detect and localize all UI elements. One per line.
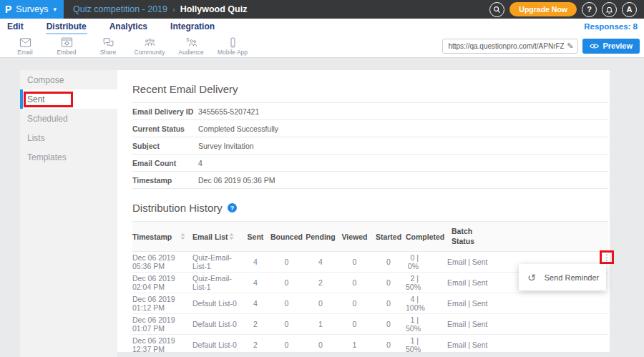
- cell-completed: 2 | 50%: [406, 274, 446, 291]
- field-value: 4: [198, 159, 608, 167]
- recent-delivery-title-text: Recent Email Delivery: [132, 83, 238, 95]
- channel-label: Community: [135, 49, 165, 56]
- column-header-timestamp[interactable]: Timestamp: [132, 233, 192, 241]
- distribution-history-title-text: Distribution History: [132, 202, 223, 214]
- column-header-email-list[interactable]: Email List: [192, 233, 241, 241]
- cell-bounced: 0: [270, 320, 303, 328]
- cell-started: 0: [371, 341, 406, 349]
- column-header-bounced: Bounced: [270, 233, 303, 241]
- cell-timestamp: Dec 06 2019 05:36 PM: [132, 253, 192, 270]
- channel-buttons: Email Embed Share Community $ Audience M…: [0, 36, 253, 56]
- cell-completed: 1 | 50%: [406, 316, 446, 333]
- cell-viewed: 1: [338, 341, 371, 349]
- send-reminder-label: Send Reminder: [545, 273, 599, 282]
- history-row[interactable]: Dec 06 2019 12:37 PM Default List-0 2 0 …: [132, 335, 608, 356]
- chevron-down-icon: ▾: [54, 6, 57, 13]
- breadcrumb-survey-name: Hollywood Quiz: [180, 4, 248, 14]
- field-row-current-status: Current Status Completed Successfully: [132, 120, 608, 137]
- column-header-completed: Completed: [406, 233, 446, 241]
- bell-icon: [605, 6, 613, 14]
- history-row[interactable]: Dec 06 2019 01:12 PM Default List-0 4 0 …: [132, 293, 608, 314]
- breadcrumb-folder-link[interactable]: Quiz competition - 2019: [73, 4, 167, 14]
- audience-icon: $: [185, 37, 197, 48]
- help-button[interactable]: ?: [582, 2, 597, 17]
- sidebar-item-templates[interactable]: Templates: [20, 147, 117, 167]
- upgrade-now-button[interactable]: Upgrade Now: [509, 2, 577, 17]
- column-header-sent: Sent: [241, 233, 270, 241]
- cell-completed: 0 | 0%: [406, 253, 446, 270]
- cell-sent: 2: [241, 320, 270, 328]
- cell-viewed: 0: [338, 258, 371, 266]
- cell-sent: 2: [241, 341, 270, 349]
- history-header-row: Timestamp Email List Sent Bounced Pendin…: [132, 222, 608, 252]
- responses-count[interactable]: Responses: 8: [584, 22, 638, 31]
- cell-bounced: 0: [270, 299, 303, 308]
- field-row-timestamp: Timestamp Dec 06 2019 05:36 PM: [132, 172, 608, 189]
- channel-label: Mobile App: [218, 49, 248, 56]
- channel-community-button[interactable]: Community: [129, 36, 170, 56]
- edit-url-icon[interactable]: ✎: [567, 41, 577, 51]
- cell-pending: 0: [303, 299, 338, 308]
- field-row-email-count: Email Count 4: [132, 155, 608, 172]
- column-label: Email List: [192, 233, 228, 241]
- field-value: Dec 06 2019 05:36 PM: [198, 176, 608, 185]
- sidebar-item-compose[interactable]: Compose: [20, 70, 117, 89]
- sidebar-item-sent[interactable]: Sent: [20, 89, 117, 109]
- channel-email-button[interactable]: Email: [4, 36, 46, 56]
- cell-started: 0: [371, 320, 406, 328]
- app-window: P Surveys ▾ Quiz competition - 2019 › Ho…: [0, 0, 644, 357]
- sidebar-item-lists[interactable]: Lists: [20, 128, 117, 147]
- channel-share-button[interactable]: Share: [87, 36, 129, 56]
- cell-started: 0: [371, 299, 406, 308]
- survey-nav: Edit Distribute Analytics Integration Re…: [0, 19, 644, 34]
- cell-pending: 4: [303, 258, 338, 266]
- channel-mobile-app-button[interactable]: Mobile App: [212, 36, 253, 56]
- field-row-subject: Subject Survey Invitation: [132, 137, 608, 155]
- row-menu-kebab-icon[interactable]: ⋮: [602, 252, 612, 263]
- cell-email-list: Quiz-Email-List-1: [192, 253, 241, 270]
- survey-url-input[interactable]: [443, 42, 567, 50]
- cell-viewed: 0: [338, 278, 371, 287]
- cell-email-list: Default List-0: [192, 299, 241, 308]
- cell-email-list: Default List-0: [192, 341, 241, 349]
- cell-pending: 2: [303, 278, 338, 287]
- tab-distribute[interactable]: Distribute: [46, 19, 87, 34]
- cell-email-list: Quiz-Email-List-1: [192, 274, 241, 291]
- reminder-clock-icon: ↺: [527, 273, 536, 283]
- cell-completed: 4 | 100%: [406, 295, 446, 312]
- field-label: Current Status: [132, 124, 198, 133]
- surveys-menu[interactable]: P Surveys ▾: [0, 0, 64, 19]
- cell-viewed: 0: [338, 320, 371, 328]
- eye-icon: [590, 43, 599, 49]
- tab-integration[interactable]: Integration: [170, 19, 215, 34]
- history-help-icon[interactable]: ?: [228, 203, 237, 212]
- channel-label: Audience: [178, 49, 203, 56]
- share-icon: [102, 37, 114, 48]
- notifications-button[interactable]: [602, 2, 617, 17]
- tab-edit[interactable]: Edit: [6, 19, 24, 34]
- field-label: Subject: [132, 142, 198, 150]
- sidebar-item-scheduled[interactable]: Scheduled: [20, 109, 117, 128]
- cell-pending: 1: [303, 320, 338, 328]
- cell-batch-status: Email | Sent: [446, 320, 608, 328]
- cell-timestamp: Dec 06 2019 12:37 PM: [132, 336, 192, 353]
- cell-bounced: 0: [270, 341, 303, 349]
- search-icon: [493, 6, 501, 14]
- channel-audience-button[interactable]: $ Audience: [170, 36, 212, 56]
- search-button[interactable]: [489, 2, 504, 17]
- sort-icon: [229, 233, 234, 240]
- account-avatar[interactable]: A: [622, 2, 637, 17]
- channel-embed-button[interactable]: Embed: [46, 36, 87, 56]
- preview-button[interactable]: Preview: [582, 39, 640, 54]
- cell-email-list: Default List-0: [192, 320, 241, 328]
- cell-timestamp: Dec 06 2019 01:12 PM: [132, 295, 192, 312]
- field-label: Email Delivery ID: [132, 107, 198, 116]
- field-value: Survey Invitation: [198, 142, 608, 150]
- column-header-viewed: Viewed: [338, 233, 371, 241]
- column-header-started: Started: [371, 233, 406, 241]
- breadcrumb-separator: ›: [172, 5, 175, 14]
- sort-icon: [180, 233, 185, 240]
- tab-analytics[interactable]: Analytics: [109, 19, 148, 34]
- history-row[interactable]: Dec 06 2019 01:07 PM Default List-0 2 0 …: [132, 314, 608, 335]
- send-reminder-menu-item[interactable]: ↺ Send Reminder: [519, 264, 606, 290]
